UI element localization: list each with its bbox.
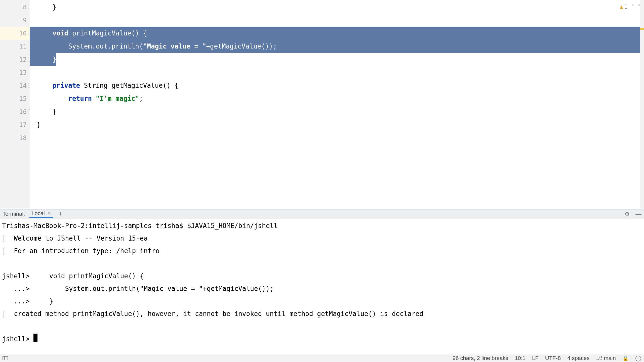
- status-bar: 96 chars, 2 line breaks 10:1 LF UTF-8 4 …: [0, 354, 644, 362]
- code-line[interactable]: }: [30, 1, 644, 14]
- gutter-line: 18: [0, 131, 30, 144]
- code-line-selected[interactable]: }: [30, 53, 644, 66]
- tool-window-layout-icon[interactable]: [3, 356, 8, 360]
- gutter-line: 13: [0, 66, 30, 79]
- status-encoding[interactable]: UTF-8: [545, 355, 561, 361]
- ruler-warning-mark[interactable]: [640, 28, 644, 30]
- gutter-line: 14 −: [0, 79, 30, 92]
- code-line[interactable]: }: [30, 118, 644, 131]
- add-terminal-tab-button[interactable]: +: [59, 210, 62, 218]
- terminal-panel: Terminal: Local ✕ + ⚙ — Trishas-MacBook-…: [0, 209, 644, 354]
- warning-icon: ▲: [620, 4, 623, 10]
- terminal-cursor: [33, 334, 37, 342]
- chevron-up-icon[interactable]: ˄: [631, 4, 634, 10]
- line-number: 13: [19, 69, 27, 76]
- warning-count: 1: [624, 4, 627, 10]
- terminal-output[interactable]: Trishas-MacBook-Pro-2:intellij-samples t…: [0, 218, 644, 354]
- code-content[interactable]: } void printMagicValue() { System.out.pr…: [30, 0, 644, 209]
- branch-icon: ⎇: [596, 355, 602, 361]
- terminal-line: ...> }: [2, 297, 53, 305]
- overview-ruler[interactable]: [640, 0, 644, 209]
- code-editor[interactable]: 8 − 9 10 − 11 12 − 13 14 − 15 16 − 17 18…: [0, 0, 644, 209]
- gutter-line: 16 −: [0, 105, 30, 118]
- terminal-line: | Welcome to JShell -- Version 15-ea: [2, 235, 148, 242]
- gutter-line: 11: [0, 40, 30, 53]
- status-git-branch[interactable]: ⎇ main: [596, 355, 616, 361]
- status-indent[interactable]: 4 spaces: [567, 355, 589, 361]
- status-selection-info[interactable]: 96 chars, 2 line breaks: [453, 355, 508, 361]
- line-number: 14: [19, 82, 27, 89]
- terminal-line: | For an introduction type: /help intro: [2, 247, 159, 255]
- editor-gutter: 8 − 9 10 − 11 12 − 13 14 − 15 16 − 17 18: [0, 0, 30, 209]
- inspection-icon[interactable]: ◯: [635, 355, 641, 361]
- line-number: 18: [19, 134, 27, 142]
- terminal-prompt: jshell>: [2, 335, 33, 343]
- gutter-line: 17: [0, 118, 30, 131]
- problems-indicator[interactable]: ▲ 1 ˄ ˅: [620, 4, 641, 10]
- status-line-separator[interactable]: LF: [532, 355, 539, 361]
- line-number: 17: [19, 121, 27, 128]
- code-line[interactable]: [30, 131, 644, 144]
- warning-badge[interactable]: ▲ 1: [620, 4, 628, 10]
- code-line[interactable]: private String getMagicValue() {: [30, 79, 644, 92]
- gutter-line: 10 −: [0, 27, 30, 40]
- gutter-line: 12 −: [0, 53, 30, 66]
- gear-icon[interactable]: ⚙: [624, 210, 630, 217]
- line-number: 16: [19, 108, 27, 115]
- close-icon[interactable]: ✕: [47, 211, 51, 216]
- terminal-line: Trishas-MacBook-Pro-2:intellij-samples t…: [2, 222, 278, 230]
- terminal-tab-label: Local: [31, 210, 45, 217]
- code-line[interactable]: }: [30, 105, 644, 118]
- gutter-line: 15: [0, 92, 30, 105]
- terminal-line: | created method printMagicValue(), howe…: [2, 310, 423, 318]
- status-caret-position[interactable]: 10:1: [515, 355, 526, 361]
- terminal-line: ...> System.out.println("Magic value = "…: [2, 285, 274, 292]
- gutter-line: 9: [0, 14, 30, 27]
- gutter-line: 8 −: [0, 1, 30, 14]
- code-line-selected[interactable]: System.out.println("Magic value = "+getM…: [30, 40, 644, 53]
- terminal-line: jshell> void printMagicValue() {: [2, 272, 144, 280]
- line-number: 8: [23, 4, 27, 11]
- minimize-icon[interactable]: —: [635, 210, 641, 217]
- line-number: 12: [19, 56, 27, 63]
- terminal-tab-local[interactable]: Local ✕: [29, 209, 53, 218]
- code-line[interactable]: [30, 14, 644, 27]
- line-number: 10: [19, 30, 27, 37]
- code-line[interactable]: [30, 66, 644, 79]
- line-number: 9: [23, 17, 27, 24]
- code-line-selected[interactable]: void printMagicValue() {: [30, 27, 644, 40]
- terminal-tab-bar: Terminal: Local ✕ + ⚙ —: [0, 209, 644, 218]
- terminal-label: Terminal:: [3, 211, 25, 217]
- lock-icon[interactable]: 🔒: [622, 355, 629, 361]
- code-line[interactable]: return "I'm magic";: [30, 92, 644, 105]
- line-number: 11: [19, 43, 27, 50]
- line-number: 15: [19, 95, 27, 102]
